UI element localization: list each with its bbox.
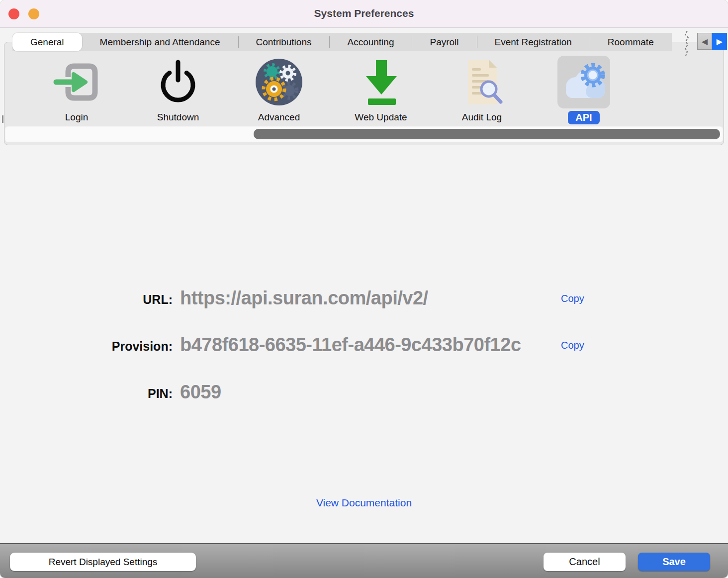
toolbar-item-label: Login xyxy=(65,112,89,123)
tab-bar: General Membership and Attendance Contri… xyxy=(12,33,672,51)
toolbar-item-label: Web Update xyxy=(355,112,407,123)
tab-event-registration[interactable]: Event Registration xyxy=(477,33,590,51)
toolbar-item-label: API xyxy=(568,111,599,124)
system-preferences-window: System Preferences General Membership an… xyxy=(0,0,728,578)
provision-label: Provision: xyxy=(0,339,173,354)
footer-bar: Revert Displayed Settings Cancel Save xyxy=(0,543,728,578)
download-icon xyxy=(356,57,406,107)
view-documentation-link[interactable]: View Documentation xyxy=(0,497,728,509)
tab-membership-and-attendance[interactable]: Membership and Attendance xyxy=(82,33,238,51)
toolbar-item-login[interactable]: Login xyxy=(32,56,121,123)
toolbar-item-label: Audit Log xyxy=(462,112,502,123)
document-search-icon xyxy=(457,57,507,107)
cloud-gear-icon xyxy=(559,57,609,107)
pin-label: PIN: xyxy=(0,386,173,401)
toolbar-item-web-update[interactable]: Web Update xyxy=(336,56,426,123)
toolbar-scrollbar-thumb[interactable] xyxy=(254,129,720,139)
toolbar-item-api[interactable]: API xyxy=(539,56,629,124)
login-icon xyxy=(52,57,101,107)
toolbar-item-audit-log[interactable]: Audit Log xyxy=(437,56,527,123)
tab-scroll-right-button[interactable]: ▶ xyxy=(712,33,727,50)
toolbar-item-advanced[interactable]: Advanced xyxy=(234,56,324,123)
window-title: System Preferences xyxy=(0,7,728,19)
titlebar: System Preferences xyxy=(0,0,728,28)
tab-general[interactable]: General xyxy=(12,33,82,51)
right-arrow-icon: ▶ xyxy=(717,37,723,46)
tab-scroll-buttons: ◀ ▶ xyxy=(697,33,727,50)
clipped-toolbar-item-edge xyxy=(2,115,3,123)
toolbar-scrollbar[interactable] xyxy=(5,126,723,142)
tab-scroll-left-button[interactable]: ◀ xyxy=(697,33,712,50)
toolbar-item-label: Advanced xyxy=(258,112,300,123)
tab-roommate[interactable]: Roommate xyxy=(590,33,672,51)
tab-contributions[interactable]: Contributions xyxy=(238,33,330,51)
save-button[interactable]: Save xyxy=(638,553,710,571)
copy-url-link[interactable]: Copy xyxy=(561,293,584,304)
toolbar-item-shutdown[interactable]: Shutdown xyxy=(133,56,223,123)
tab-payroll[interactable]: Payroll xyxy=(412,33,476,51)
tab-accounting[interactable]: Accounting xyxy=(329,33,412,51)
url-label: URL: xyxy=(0,292,173,307)
copy-provision-link[interactable]: Copy xyxy=(561,340,584,351)
left-arrow-icon: ◀ xyxy=(702,37,708,46)
toolbar-item-label: Shutdown xyxy=(157,112,199,123)
pin-value: 6059 xyxy=(180,382,221,403)
gears-icon xyxy=(254,57,304,107)
power-icon xyxy=(153,57,203,107)
revert-displayed-settings-button[interactable]: Revert Displayed Settings xyxy=(10,553,196,571)
tab-overflow-tear-icon xyxy=(683,31,690,56)
cancel-button[interactable]: Cancel xyxy=(544,553,626,571)
provision-value: b478f618-6635-11ef-a446-9c433b70f12c xyxy=(180,334,521,356)
url-value: https://api.suran.com/api/v2/ xyxy=(180,288,428,309)
